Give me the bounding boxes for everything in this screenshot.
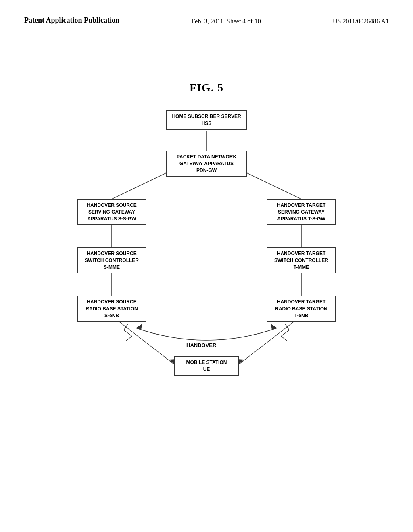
svg-line-2 bbox=[247, 173, 301, 199]
figure-title: FIG. 5 bbox=[0, 81, 413, 94]
s-mme-box: HANDOVER SOURCE SWITCH CONTROLLER S-MME bbox=[77, 247, 146, 273]
ue-box: MOBILE STATION UE bbox=[174, 356, 239, 376]
svg-marker-11 bbox=[271, 324, 277, 330]
publication-date-sheet: Feb. 3, 2011 Sheet 4 of 10 bbox=[191, 18, 261, 25]
pdn-gw-box: PACKET DATA NETWORK GATEWAY APPARATUS PD… bbox=[166, 151, 247, 177]
publication-number: US 2011/0026486 A1 bbox=[333, 18, 389, 25]
page-header: Patent Application Publication Feb. 3, 2… bbox=[0, 0, 413, 25]
t-enb-box: HANDOVER TARGET RADIO BASE STATION T-eNB bbox=[267, 296, 336, 322]
diagram-container: HOME SUBSCRIBER SERVER HSS PACKET DATA N… bbox=[65, 110, 348, 384]
handover-label: HANDOVER bbox=[186, 342, 216, 348]
s-sgw-box: HANDOVER SOURCE SERVING GATEWAY APPARATU… bbox=[77, 199, 146, 225]
t-mme-box: HANDOVER TARGET SWITCH CONTROLLER T-MME bbox=[267, 247, 336, 273]
svg-line-1 bbox=[112, 173, 166, 199]
svg-marker-12 bbox=[136, 324, 142, 330]
svg-line-9 bbox=[239, 316, 301, 364]
s-enb-box: HANDOVER SOURCE RADIO BASE STATION S-eNB bbox=[77, 296, 146, 322]
publication-title: Patent Application Publication bbox=[24, 16, 119, 25]
t-sgw-box: HANDOVER TARGET SERVING GATEWAY APPARATU… bbox=[267, 199, 336, 225]
hss-box: HOME SUBSCRIBER SERVER HSS bbox=[166, 110, 247, 130]
svg-line-7 bbox=[112, 316, 174, 364]
